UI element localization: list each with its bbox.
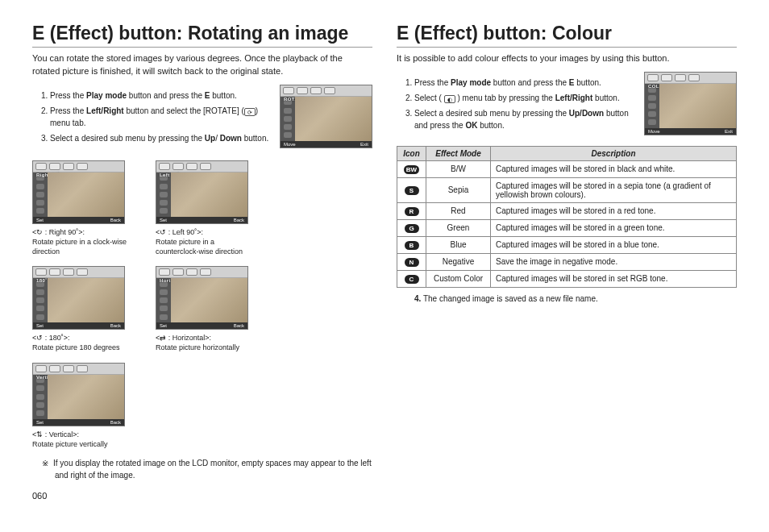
left-step-1: Press the Play mode button and press the…: [50, 89, 272, 102]
rotate-icon: ⟳: [244, 108, 256, 116]
cell-mode: Negative: [426, 253, 491, 270]
left-step-2: Press the Left/Right button and select t…: [50, 105, 272, 129]
th-icon: Icon: [397, 146, 426, 160]
left-step-3: Select a desired sub menu by pressing th…: [50, 132, 272, 144]
right-intro: It is possible to add colour effects to …: [397, 52, 737, 65]
thumb-lcd: 180˚ SetBack: [32, 266, 125, 330]
right-step-1: Press the Play mode button and press the…: [414, 77, 636, 89]
thumb-grid: Right 90˚ SetBack <↻ : Right 90˚>: Rotat…: [32, 160, 372, 449]
cell-mode: Red: [426, 202, 491, 219]
thumb-caption: <↺ : Left 90˚>: Rotate picture in a coun…: [156, 227, 256, 256]
thumb-caption: <↻ : Right 90˚>: Rotate picture in a clo…: [32, 227, 133, 256]
blue-icon: B: [405, 241, 419, 250]
table-row: N Negative Save the image in negative mo…: [397, 253, 737, 270]
cell-icon: BW: [397, 160, 426, 177]
page-number: 060: [32, 491, 372, 501]
thumb-cell: Right 90˚ SetBack <↻ : Right 90˚>: Rotat…: [32, 160, 133, 256]
lcd-tabs: [645, 73, 736, 84]
left-lcd-main: ROTATE MoveExit: [280, 85, 372, 148]
lcd-side-menu: [281, 97, 295, 141]
right-column: E (Effect) button: Colour It is possible…: [397, 23, 737, 501]
table-row: B Blue Captured images will be stored in…: [397, 236, 737, 253]
cell-mode: Custom Color: [426, 270, 491, 287]
palette-icon: ◐: [444, 95, 455, 103]
table-row: R Red Captured images will be stored in …: [397, 202, 737, 219]
sepia-icon: S: [405, 186, 419, 195]
thumb-caption: <⇄ : Horizontal>: Rotate picture horizon…: [156, 333, 256, 352]
lcd-br: Exit: [725, 129, 733, 134]
left-note: If you display the rotated image on the …: [55, 457, 372, 481]
lcd-bl: Move: [284, 142, 296, 147]
cell-desc: Captured images will be stored in a sepi…: [491, 177, 737, 202]
lcd-photo: [295, 97, 372, 141]
right-followup: 4. The changed image is saved as a new f…: [414, 294, 737, 303]
right-steps: Press the Play mode button and press the…: [414, 77, 636, 135]
cell-desc: Captured images will be stored in a red …: [491, 202, 737, 219]
cell-mode: B/W: [426, 160, 491, 177]
left-intro: You can rotate the stored images by vari…: [32, 52, 372, 78]
thumb-caption: <⇅ : Vertical>: Rotate picture verticall…: [32, 430, 133, 449]
cell-desc: Captured images will be stored in a gree…: [491, 219, 737, 236]
table-row: S Sepia Captured images will be stored i…: [397, 177, 737, 202]
red-icon: R: [405, 207, 419, 216]
cell-icon: R: [397, 202, 426, 219]
cell-desc: Captured images will be stored in a blue…: [491, 236, 737, 253]
cell-icon: C: [397, 270, 426, 287]
thumb-cell: Vertical SetBack <⇅ : Vertical>: Rotate …: [32, 363, 133, 449]
lcd-photo: [659, 84, 736, 128]
cell-desc: Captured images will be stored in black …: [491, 160, 737, 177]
right-step-3: Select a desired sub menu by pressing th…: [414, 107, 636, 131]
cell-icon: B: [397, 236, 426, 253]
bw-icon: BW: [404, 165, 419, 174]
right-step-2: Select ( ◐ ) menu tab by pressing the Le…: [414, 92, 636, 104]
table-row: C Custom Color Captured images will be s…: [397, 270, 737, 287]
table-row: BW B/W Captured images will be stored in…: [397, 160, 737, 177]
thumb-cell: Left 90˚ SetBack <↺ : Left 90˚>: Rotate …: [156, 160, 256, 256]
thumb-lcd: Horizontal SetBack: [156, 266, 248, 330]
left-steps: Press the Play mode button and press the…: [50, 89, 272, 148]
left-heading: E (Effect) button: Rotating an image: [32, 23, 372, 48]
negative-icon: N: [405, 258, 419, 267]
thumb-label: 180˚: [36, 278, 48, 283]
effect-table: Icon Effect Mode Description BW B/W Capt…: [397, 146, 737, 288]
thumb-caption: <↺ : 180˚>: Rotate picture 180 degrees: [32, 333, 133, 352]
lcd-tabs: [281, 85, 372, 97]
th-mode: Effect Mode: [426, 146, 491, 160]
custom-icon: C: [405, 275, 419, 284]
table-row: G Green Captured images will be stored i…: [397, 219, 737, 236]
cell-desc: Save the image in negative mode.: [491, 253, 737, 270]
th-desc: Description: [491, 146, 737, 160]
lcd-br: Exit: [360, 142, 368, 147]
cell-icon: G: [397, 219, 426, 236]
thumb-lcd: Vertical SetBack: [32, 363, 125, 426]
lcd-bl: Move: [648, 129, 660, 134]
right-heading: E (Effect) button: Colour: [397, 23, 737, 48]
thumb-lcd: Right 90˚ SetBack: [32, 160, 125, 224]
thumb-lcd: Left 90˚ SetBack: [156, 160, 248, 224]
thumb-cell: 180˚ SetBack <↺ : 180˚>: Rotate picture …: [32, 266, 133, 352]
left-column: E (Effect) button: Rotating an image You…: [32, 23, 372, 501]
cell-icon: S: [397, 177, 426, 202]
cell-mode: Blue: [426, 236, 491, 253]
thumb-cell: Horizontal SetBack <⇄ : Horizontal>: Rot…: [156, 266, 256, 352]
cell-desc: Captured images will be stored in set RG…: [491, 270, 737, 287]
lcd-side-menu: [645, 84, 659, 128]
right-lcd-main: COLOR MoveExit: [644, 72, 737, 135]
cell-mode: Green: [426, 219, 491, 236]
cell-mode: Sepia: [426, 177, 491, 202]
green-icon: G: [405, 224, 419, 233]
cell-icon: N: [397, 253, 426, 270]
